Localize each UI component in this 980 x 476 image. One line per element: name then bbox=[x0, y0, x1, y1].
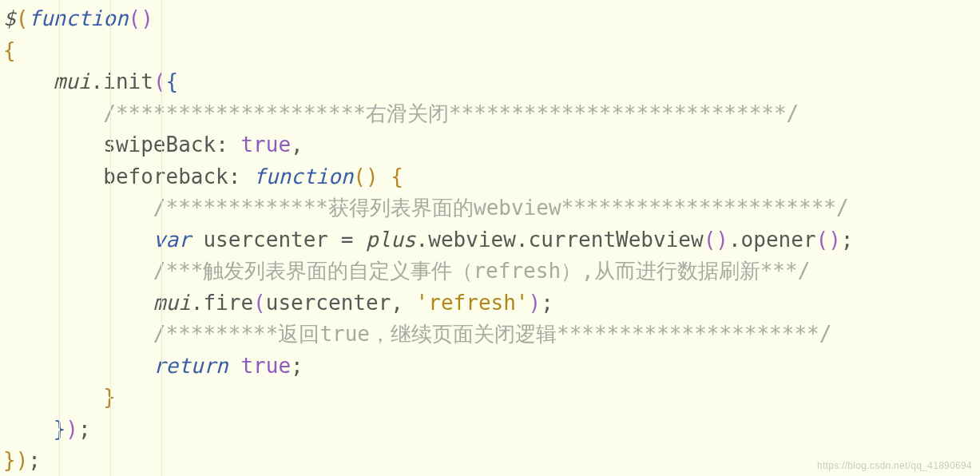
code-line: /********************右滑关闭***************… bbox=[3, 101, 799, 125]
code-line: }); bbox=[3, 417, 91, 441]
code-line: { bbox=[3, 38, 16, 62]
code-line: beforeback: function() { bbox=[3, 165, 403, 188]
code-line: var usercenter = plus.webview.currentWeb… bbox=[3, 228, 854, 252]
code-line: }); bbox=[3, 448, 41, 472]
code-line: /***触发列表界面的自定义事件（refresh）,从而进行数据刷新***/ bbox=[3, 259, 810, 283]
code-line: mui.fire(usercenter, 'refresh'); bbox=[3, 291, 553, 315]
code-line: /*************获得列表界面的webview************… bbox=[3, 196, 849, 220]
code-line: /*********返回true，继续页面关闭逻辑***************… bbox=[3, 322, 831, 346]
code-block: $(function() { mui.init({ /*************… bbox=[0, 0, 980, 476]
code-line: $(function() bbox=[3, 6, 153, 30]
code-line: mui.init({ bbox=[3, 69, 178, 93]
code-line: swipeBack: true, bbox=[3, 133, 304, 157]
watermark: https://blog.csdn.net/qq_41890694 bbox=[817, 460, 972, 471]
code-line: return true; bbox=[3, 354, 304, 378]
